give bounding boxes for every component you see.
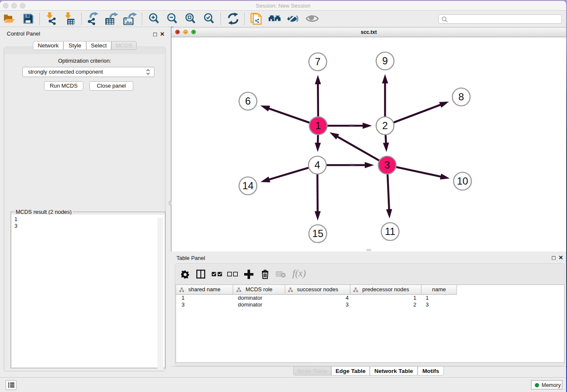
svg-text:8: 8 [458, 91, 464, 102]
svg-text:9: 9 [382, 55, 388, 66]
svg-text:6: 6 [245, 95, 250, 107]
svg-text:1: 1 [315, 120, 321, 131]
svg-text:15: 15 [312, 228, 324, 239]
svg-text:4: 4 [314, 159, 320, 171]
svg-text:10: 10 [457, 175, 468, 187]
svg-text:14: 14 [242, 180, 254, 191]
svg-text:11: 11 [385, 226, 396, 237]
svg-text:2: 2 [382, 120, 388, 131]
svg-text:3: 3 [384, 159, 390, 171]
svg-text:7: 7 [315, 56, 320, 67]
